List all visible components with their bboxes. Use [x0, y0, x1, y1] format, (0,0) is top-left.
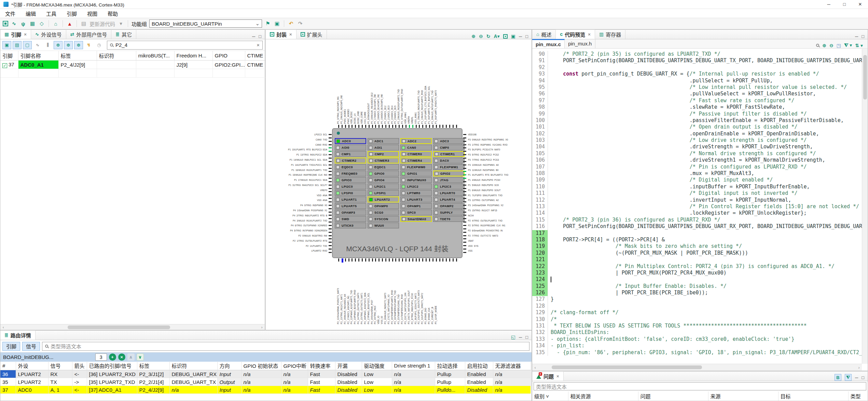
- flag-icon[interactable]: ⚑: [264, 20, 271, 27]
- pin-tick[interactable]: [352, 258, 353, 262]
- pin-tick[interactable]: [463, 245, 466, 246]
- peripheral-block-CTIMER4[interactable]: CTIMER4: [400, 158, 432, 163]
- pin-tick[interactable]: [329, 154, 332, 155]
- peripheral-block-JTAG[interactable]: JTAG: [433, 177, 465, 183]
- pin-tick[interactable]: [449, 125, 450, 128]
- pin-tick[interactable]: [348, 125, 349, 128]
- restore-icon[interactable]: ◱: [511, 334, 515, 340]
- pin-tick[interactable]: [329, 222, 332, 223]
- pin-tick[interactable]: [329, 245, 332, 246]
- menu-4[interactable]: 视图: [82, 10, 102, 17]
- peripheral-checkbox[interactable]: [435, 159, 438, 162]
- code-line-91[interactable]: 91 PORT_SetPinConfig(BOARD_INITDEBUG_UAR…: [532, 57, 862, 64]
- pin-tick[interactable]: [463, 154, 466, 155]
- pin-tick[interactable]: [329, 181, 332, 182]
- pin-tick[interactable]: [412, 125, 413, 128]
- peripheral-checkbox[interactable]: [336, 211, 340, 214]
- peripheral-checkbox[interactable]: [435, 217, 438, 221]
- menu-1[interactable]: 编辑: [20, 10, 41, 17]
- code-line-132[interactable]: 132BOARD_InitLEDsPins:: [532, 329, 862, 336]
- pin-tick[interactable]: [463, 235, 466, 236]
- problems-col-1[interactable]: 相关资源: [568, 391, 638, 401]
- code-line-123[interactable]: 123 | PORT_PCR_MUX(PORT2_PCR4_MUX_mux00): [532, 270, 862, 276]
- pin-tick[interactable]: [329, 212, 332, 213]
- tab-problems[interactable]: 问题×: [532, 371, 564, 381]
- pins-col-6[interactable]: GPIO: [212, 51, 245, 61]
- tab-overview[interactable]: ⌂概述: [532, 29, 556, 39]
- code-line-114[interactable]: 114 .lockRegister = kPORT_UnlockRegister…: [532, 210, 862, 216]
- peripheral-checkbox[interactable]: [369, 224, 372, 227]
- pin-tick[interactable]: [463, 185, 466, 186]
- minimize-panel-icon[interactable]: ─: [855, 375, 858, 380]
- peripheral-block-AOI0[interactable]: AOI0: [335, 145, 366, 150]
- code-line-99[interactable]: 99 /* Passive input filter is disabled *…: [532, 111, 862, 117]
- menu-5[interactable]: 帮助: [102, 10, 123, 17]
- file-tab-pin-mux-h[interactable]: pin_mux.h: [565, 39, 595, 48]
- peripheral-checkbox[interactable]: [369, 152, 373, 156]
- pin-tick[interactable]: [463, 228, 466, 229]
- pin-tick[interactable]: [392, 258, 393, 262]
- peripheral-checkbox[interactable]: [369, 217, 372, 221]
- pin-tick[interactable]: [419, 258, 420, 262]
- code-line-103[interactable]: 103 /* Low drive strength is configured …: [532, 137, 862, 144]
- clocks-tool-icon[interactable]: ∿: [11, 20, 17, 27]
- peripheral-block-TDET0[interactable]: TDET0: [433, 216, 465, 222]
- direction-both-toggle[interactable]: ⊕: [74, 41, 83, 49]
- peripheral-checkbox[interactable]: [402, 152, 405, 156]
- code-line-124[interactable]: 124: [532, 276, 862, 283]
- code-line-119[interactable]: 119 /* Mask bits to zero which are setti…: [532, 243, 862, 250]
- peripheral-block-CTIMER3[interactable]: CTIMER3: [368, 158, 399, 163]
- pin-tick[interactable]: [355, 258, 356, 262]
- maximize-panel-icon[interactable]: □: [259, 34, 261, 39]
- peripheral-checkbox[interactable]: [435, 185, 438, 188]
- pin-tick[interactable]: [378, 125, 380, 128]
- peripheral-checkbox[interactable]: [435, 165, 438, 169]
- code-line-113[interactable]: 113 /* Pin Control Register fields [15:0…: [532, 203, 862, 210]
- export-image-icon[interactable]: ▣: [511, 34, 515, 39]
- peripheral-block-GPIO0[interactable]: GPIO0: [368, 171, 399, 176]
- peripheral-block-ADC1[interactable]: ADC1: [368, 138, 399, 144]
- pin-tick[interactable]: [463, 134, 466, 135]
- show-routed-pins-toggle[interactable]: ▣: [2, 41, 11, 49]
- pin-tick[interactable]: [338, 125, 339, 128]
- pin-tick[interactable]: [422, 258, 423, 262]
- code-line-107[interactable]: 107 /* Pin is configured as LPUART2_RXD …: [532, 164, 862, 170]
- pin-tick[interactable]: [463, 161, 466, 162]
- pin-tick[interactable]: [463, 222, 466, 223]
- peripheral-block-LPSPI0[interactable]: LPSPI0: [335, 190, 366, 196]
- direction-out-toggle[interactable]: ⊕: [64, 41, 73, 49]
- pin-tick[interactable]: [375, 125, 376, 128]
- peripheral-checkbox[interactable]: [402, 172, 405, 175]
- peripheral-block-LPI2C1[interactable]: LPI2C1: [368, 184, 399, 189]
- routing-col-11[interactable]: 开漏: [335, 361, 362, 370]
- code-line-109[interactable]: 109 /* Digital input enabled */: [532, 177, 862, 183]
- pin-tick[interactable]: [463, 198, 466, 199]
- menu-2[interactable]: 工具: [41, 10, 61, 17]
- pins-col-4[interactable]: mikroBUS(T...: [136, 51, 174, 61]
- peripheral-block-GPIO1[interactable]: GPIO1: [400, 171, 432, 176]
- scroll-left-icon[interactable]: ‹: [532, 365, 538, 370]
- pin-tick[interactable]: [342, 258, 343, 263]
- update-code-dropdown-icon[interactable]: ▾: [118, 20, 124, 27]
- pin-tick[interactable]: [382, 258, 383, 262]
- pin-tick[interactable]: [329, 171, 332, 172]
- pin-tick[interactable]: [463, 232, 466, 233]
- peripheral-block-GPIO2[interactable]: GPIO2: [433, 171, 465, 176]
- code-vscrollbar[interactable]: [862, 49, 868, 364]
- functional-group-select[interactable]: BOARD_InitDEBUG_UARTPin ⌄: [149, 19, 262, 28]
- code-line-127[interactable]: 127}: [532, 296, 862, 303]
- pin-tick[interactable]: [389, 258, 390, 262]
- peripheral-checkbox[interactable]: [402, 139, 405, 143]
- minimize-panel-icon[interactable]: ─: [519, 335, 522, 340]
- peripheral-block-OPAMP1[interactable]: OPAMP1: [400, 203, 432, 209]
- pin-tick[interactable]: [329, 188, 332, 189]
- menu-0[interactable]: 文件: [0, 10, 20, 17]
- peripheral-checkbox[interactable]: [336, 204, 340, 208]
- peripheral-checkbox[interactable]: [336, 217, 340, 221]
- peripherals-tool-icon[interactable]: ψ: [20, 20, 27, 27]
- peripheral-block-LPI2C2[interactable]: LPI2C2: [400, 184, 432, 189]
- pins-tool-icon[interactable]: [3, 21, 8, 26]
- peripheral-block-OPAMP2[interactable]: OPAMP2: [433, 203, 465, 209]
- peripheral-checkbox[interactable]: [435, 146, 438, 149]
- export-icon[interactable]: ◳: [837, 43, 841, 48]
